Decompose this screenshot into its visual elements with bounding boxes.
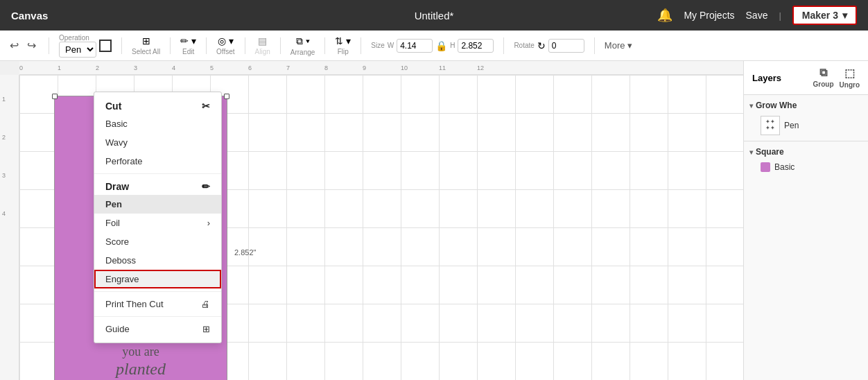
layers-title: Layers [752, 73, 781, 83]
layer-group-square-label: Square [756, 147, 784, 157]
flip-icon[interactable]: ⇅ ▾ [335, 35, 351, 46]
separator-3 [170, 37, 171, 54]
align-label: Align [255, 48, 270, 55]
shape-selector[interactable] [99, 40, 112, 52]
draw-section-label: Draw ✏ [94, 177, 221, 195]
flip-label: Flip [338, 48, 349, 55]
top-bar-right: 🔔 My Projects Save | Maker 3 ▾ [657, 6, 857, 25]
menu-divider-2 [94, 291, 221, 292]
cut-section-label: Cut ✂ [94, 96, 221, 114]
menu-item-pen[interactable]: Pen [94, 195, 221, 214]
layer-group-square: ▾ Square Basic [744, 141, 868, 178]
divider: | [779, 10, 781, 21]
ruler-horizontal: 0 1 2 3 4 5 6 7 8 9 10 11 12 [19, 61, 868, 75]
save-button[interactable]: Save [746, 10, 768, 21]
offset-icon[interactable]: ◎ ▾ [218, 35, 234, 46]
ruler-tick-v: 4 [2, 210, 6, 217]
layer-group-grow-label: Grow Whe [756, 101, 797, 110]
operation-dropdown: Cut ✂ Basic Wavy Perforate Draw ✏ Pen Fo… [94, 92, 222, 343]
toolbar: ↩ ↪ Operation Pen ⊞ Select All ✏ ▾ Edit … [0, 31, 868, 61]
layer-group-square-header[interactable]: ▾ Square [744, 144, 868, 159]
rotate-label: Rotate [514, 42, 534, 49]
separator-7 [324, 37, 325, 54]
separator-10 [594, 37, 595, 54]
operation-select[interactable]: Pen [59, 42, 96, 58]
printer-icon: 🖨 [201, 299, 210, 309]
operation-group: Operation Pen [59, 34, 112, 58]
layer-basic-label: Basic [774, 162, 795, 172]
group-button[interactable]: ⧉ Group [813, 67, 834, 89]
ruler-tick: 0 [19, 64, 23, 71]
align-group: ▤ Align [255, 35, 270, 55]
menu-item-score[interactable]: Score [94, 232, 221, 251]
chevron-icon: ▾ [749, 148, 753, 156]
menu-item-perforate[interactable]: Perforate [94, 152, 221, 171]
top-bar: Canvas Untitled* 🔔 My Projects Save | Ma… [0, 0, 868, 31]
select-all-label: Select All [132, 48, 160, 55]
separator-6 [280, 37, 281, 54]
width-input[interactable] [397, 39, 433, 53]
menu-item-wavy[interactable]: Wavy [94, 133, 221, 152]
redo-button[interactable]: ↪ [24, 37, 39, 53]
arrange-icon[interactable]: ⧉ ▾ [296, 35, 310, 47]
ruler-vertical: 1 2 3 4 [0, 75, 19, 380]
undo-redo-group: ↩ ↪ [7, 37, 39, 53]
menu-item-foil[interactable]: Foil › [94, 214, 221, 232]
ruler-tick: 7 [286, 64, 290, 71]
layer-item-pen[interactable]: ✦✦✦✦ Pen [744, 113, 868, 138]
separator-4 [206, 37, 207, 54]
ruler-tick: 9 [363, 64, 366, 71]
menu-item-engrave[interactable]: Engrave [94, 270, 221, 288]
ruler-tick-v: 2 [2, 134, 6, 141]
menu-item-guide[interactable]: Guide ⊞ [94, 320, 221, 338]
layers-actions: ⧉ Group ⬚ Ungro [813, 67, 860, 89]
align-icon[interactable]: ▤ [258, 35, 267, 46]
selection-handle-tr [224, 94, 229, 99]
ungroup-button[interactable]: ⬚ Ungro [840, 67, 860, 89]
chevron-down-icon: ▾ [842, 10, 847, 21]
menu-divider-1 [94, 173, 221, 174]
canvas-container: 0 1 2 3 4 5 6 7 8 9 10 11 12 1 2 3 4 🌿 [0, 61, 868, 380]
separator-2 [121, 37, 122, 54]
guide-icon: ⊞ [202, 324, 210, 334]
ruler-tick: 10 [401, 64, 408, 71]
size-w-label: W [388, 42, 394, 49]
size-h-label: H [450, 42, 455, 49]
maker-label: Maker 3 [802, 10, 838, 21]
menu-item-deboss[interactable]: Deboss [94, 251, 221, 270]
undo-button[interactable]: ↩ [7, 37, 21, 53]
ungroup-icon: ⬚ [844, 67, 855, 80]
more-button[interactable]: More ▾ [605, 40, 632, 51]
menu-item-print-then-cut[interactable]: Print Then Cut 🖨 [94, 295, 221, 313]
offset-label: Offset [216, 48, 235, 55]
rotate-input[interactable] [548, 39, 584, 53]
separator-9 [503, 37, 504, 54]
bell-icon[interactable]: 🔔 [657, 8, 672, 23]
my-projects-button[interactable]: My Projects [684, 10, 734, 21]
ruler-tick: 2 [96, 64, 99, 71]
arrange-group: ⧉ ▾ Arrange [290, 35, 315, 56]
layer-group-grow: ▾ Grow Whe ✦✦✦✦ Pen [744, 95, 868, 141]
document-title: Untitled* [415, 10, 454, 21]
ruler-tick: 6 [248, 64, 252, 71]
layer-pen-thumbnail: ✦✦✦✦ [761, 116, 780, 135]
layer-basic-color [761, 162, 770, 172]
layer-item-basic[interactable]: Basic [744, 159, 868, 175]
maker-selector[interactable]: Maker 3 ▾ [792, 6, 857, 25]
edit-icon[interactable]: ✏ ▾ [180, 35, 196, 46]
canvas-label: Canvas [11, 10, 48, 21]
ruler-tick-v: 1 [2, 96, 6, 103]
menu-item-basic[interactable]: Basic [94, 114, 221, 133]
lock-icon[interactable]: 🔒 [435, 40, 447, 51]
layer-group-grow-header[interactable]: ▾ Grow Whe [744, 98, 868, 113]
separator-5 [245, 37, 245, 54]
select-all-icon[interactable]: ⊞ [142, 35, 150, 46]
ruler-tick: 1 [58, 64, 61, 71]
ruler-tick: 8 [324, 64, 328, 71]
ruler-tick: 12 [477, 64, 484, 71]
layers-header: Layers ⧉ Group ⬚ Ungro [744, 61, 868, 95]
separator-8 [361, 37, 361, 54]
height-input[interactable] [458, 39, 494, 53]
flip-group: ⇅ ▾ Flip [335, 35, 351, 55]
group-icon: ⧉ [819, 67, 827, 79]
